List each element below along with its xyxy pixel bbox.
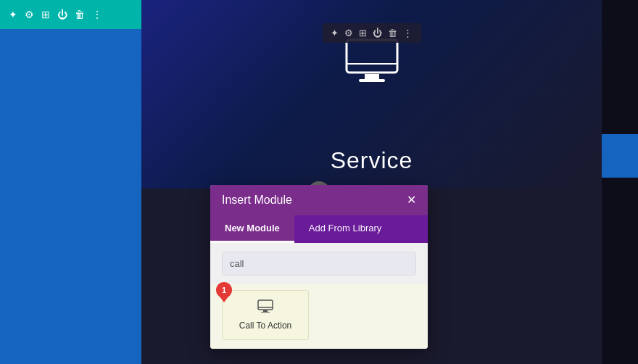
modal-search-area: [210, 243, 428, 284]
left-sidebar: [0, 0, 141, 364]
module-power-icon[interactable]: ⏻: [373, 28, 382, 38]
settings-icon[interactable]: ⚙: [25, 9, 34, 20]
tab-add-from-library[interactable]: Add From Library: [294, 215, 396, 243]
module-results-list: 1 Call To Action: [210, 284, 428, 349]
main-content-area: ✦ ⚙ ⊞ ⏻ 🗑 ⋮ Service: [141, 0, 602, 189]
move-icon[interactable]: ✦: [9, 9, 17, 20]
svg-rect-7: [258, 300, 273, 310]
module-columns-icon[interactable]: ⊞: [359, 28, 367, 38]
top-toolbar[interactable]: ✦ ⚙ ⊞ ⏻ 🗑 ⋮: [0, 0, 141, 29]
right-blue-accent: [602, 134, 638, 178]
module-search-input[interactable]: [222, 252, 416, 276]
svg-marker-5: [218, 294, 231, 302]
modal-tabs: New Module Add From Library: [210, 215, 428, 243]
call-to-action-label: Call To Action: [239, 320, 292, 331]
hero-bg: ✦ ⚙ ⊞ ⏻ 🗑 ⋮ Service: [141, 0, 602, 189]
right-sidebar: [602, 0, 638, 364]
svg-text:1: 1: [222, 286, 226, 294]
svg-rect-8: [263, 310, 268, 312]
module-delete-icon[interactable]: 🗑: [388, 28, 397, 38]
monitor-icon-area: [343, 36, 401, 87]
columns-icon[interactable]: ⊞: [41, 9, 50, 20]
svg-rect-2: [359, 79, 385, 82]
delete-icon[interactable]: 🗑: [75, 9, 85, 20]
more-icon[interactable]: ⋮: [92, 9, 102, 20]
result-badge: 1: [214, 282, 234, 302]
svg-rect-1: [365, 74, 379, 80]
module-move-icon[interactable]: ✦: [331, 28, 339, 38]
service-title: Service: [141, 147, 602, 174]
modal-title: Insert Module: [222, 194, 292, 207]
module-settings-icon[interactable]: ⚙: [344, 28, 353, 38]
power-icon[interactable]: ⏻: [57, 9, 67, 20]
module-toolbar[interactable]: ✦ ⚙ ⊞ ⏻ 🗑 ⋮: [322, 23, 421, 43]
svg-rect-9: [261, 312, 270, 313]
module-more-icon[interactable]: ⋮: [403, 28, 413, 38]
modal-header: Insert Module ✕: [210, 185, 428, 215]
insert-module-modal: Insert Module ✕ New Module Add From Libr…: [210, 185, 428, 349]
svg-rect-0: [347, 40, 397, 73]
tab-new-module[interactable]: New Module: [210, 215, 294, 243]
modal-close-button[interactable]: ✕: [407, 194, 416, 206]
call-to-action-icon: [257, 299, 273, 316]
list-item[interactable]: 1 Call To Action: [222, 290, 309, 340]
monitor-icon: [343, 36, 401, 87]
